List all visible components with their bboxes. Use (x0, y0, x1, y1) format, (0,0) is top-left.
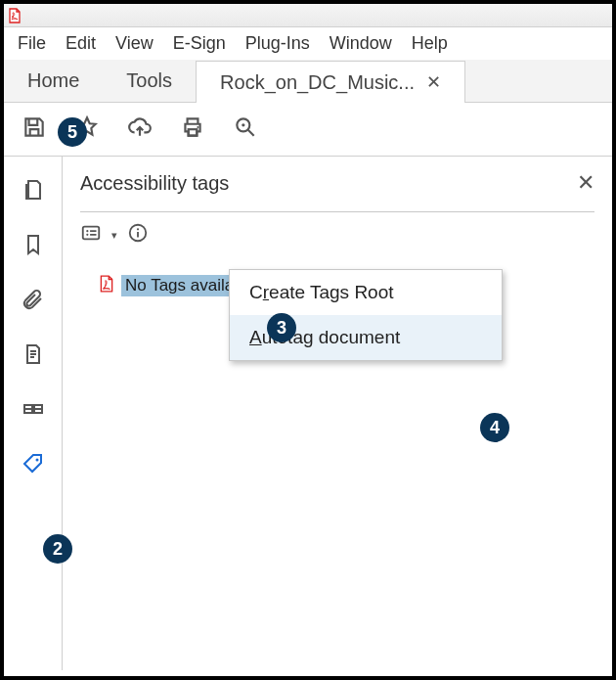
menu-window[interactable]: Window (330, 33, 392, 54)
svg-point-1 (197, 126, 198, 128)
save-icon[interactable] (22, 114, 47, 144)
txt: eate Tags Root (269, 282, 393, 302)
txt: A (249, 327, 262, 347)
bookmark-icon[interactable] (22, 233, 45, 260)
svg-point-3 (242, 123, 244, 126)
info-icon[interactable] (127, 222, 149, 248)
panel-options-icon[interactable] (80, 222, 102, 248)
callout-badge-4: 4 (480, 413, 509, 442)
cloud-upload-icon[interactable] (127, 114, 153, 144)
thumbnails-icon[interactable] (22, 178, 45, 205)
page-icon[interactable] (22, 342, 45, 370)
print-icon[interactable] (180, 114, 205, 144)
menu-file[interactable]: File (18, 33, 46, 54)
panel-title: Accessibility tags (80, 172, 229, 195)
tags-icon[interactable] (22, 452, 45, 479)
accessibility-tags-panel: Accessibility tags ✕ ▾ No Tags available (63, 157, 612, 670)
tab-strip: Home Tools Rock_on_DC_Music... ✕ (4, 60, 612, 103)
titlebar (4, 4, 612, 27)
layers-icon[interactable] (22, 397, 45, 425)
menubar: File Edit View E-Sign Plug-Ins Window He… (4, 27, 612, 60)
tab-document-label: Rock_on_DC_Music... (220, 71, 415, 94)
menu-plugins[interactable]: Plug-Ins (245, 33, 310, 54)
app-pdf-icon (7, 8, 22, 23)
tab-tools[interactable]: Tools (103, 60, 196, 102)
callout-badge-5: 5 (58, 117, 87, 147)
svg-rect-5 (83, 227, 100, 240)
chevron-down-icon[interactable]: ▾ (111, 229, 117, 242)
menu-view[interactable]: View (115, 33, 154, 54)
zoom-icon[interactable] (233, 114, 258, 144)
svg-rect-0 (189, 129, 198, 136)
svg-point-6 (86, 230, 88, 232)
svg-point-7 (86, 234, 88, 236)
menu-create-tags-root[interactable]: Create Tags Root (230, 270, 502, 315)
menu-help[interactable]: Help (412, 33, 448, 54)
attachments-icon[interactable] (22, 288, 45, 315)
svg-point-9 (137, 228, 139, 230)
divider (80, 211, 594, 212)
pdf-doc-icon (98, 275, 115, 296)
context-menu: Create Tags Root Autotag document (229, 269, 503, 361)
toolbar (4, 103, 612, 157)
panel-close-icon[interactable]: ✕ (577, 170, 594, 196)
tab-document[interactable]: Rock_on_DC_Music... ✕ (196, 61, 465, 103)
menu-edit[interactable]: Edit (66, 33, 96, 54)
svg-point-4 (35, 459, 38, 462)
callout-badge-2: 2 (43, 534, 72, 564)
callout-badge-3: 3 (267, 313, 296, 342)
txt: C (249, 282, 263, 302)
menu-esign[interactable]: E-Sign (173, 33, 226, 54)
tab-document-close-icon[interactable]: ✕ (426, 71, 441, 93)
left-sidebar (4, 157, 63, 670)
tab-home[interactable]: Home (4, 60, 103, 102)
